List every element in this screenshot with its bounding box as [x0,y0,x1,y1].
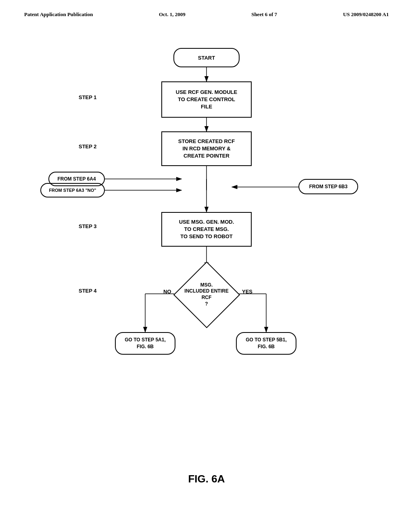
step1-box: USE RCF GEN. MODULE TO CREATE CONTROL FI… [161,81,252,118]
step1-label: STEP 1 [79,94,97,100]
step2-label: STEP 2 [79,143,97,150]
goto-5a1-node: GO TO STEP 5A1, FIG. 6B [115,332,175,355]
diagram-container: START STEP 1 USE RCF GEN. MODULE TO CREA… [0,26,413,493]
figure-caption: FIG. 6A [0,473,413,485]
from-6b3-node: FROM STEP 6B3 [298,179,358,194]
header-right: US 2009/0248200 A1 [343,11,389,18]
header-center-date: Oct. 1, 2009 [159,11,186,18]
page-header: Patent Application Publication Oct. 1, 2… [0,0,413,18]
from-6a3-node: FROM STEP 6A3 "NO" [40,183,105,197]
step4-label: STEP 4 [79,288,97,294]
header-sheet: Sheet 6 of 7 [251,11,277,18]
step3-box: USE MSG. GEN. MOD. TO CREATE MSG. TO SEN… [161,212,252,247]
step3-label: STEP 3 [79,223,97,229]
header-left: Patent Application Publication [24,11,93,18]
start-node: START [173,48,240,67]
goto-5b1-node: GO TO STEP 5B1, FIG. 6B [236,332,296,355]
step4-diamond: MSG. INCLUDED ENTIRE RCF ? [174,266,239,323]
step2-box: STORE CREATED RCF IN RCD MEMORY & CREATE… [161,131,252,166]
yes-label: YES [242,289,252,295]
no-label: NO [163,289,171,295]
